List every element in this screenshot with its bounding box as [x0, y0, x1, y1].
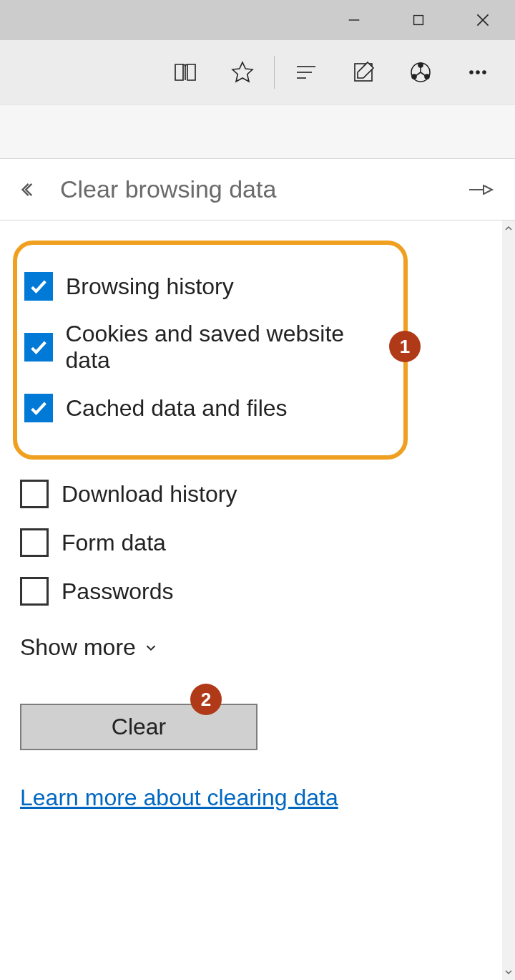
svg-point-12: [470, 71, 473, 74]
callout-badge: 1: [389, 331, 421, 362]
checkbox-cookies[interactable]: Cookies and saved website data: [24, 321, 391, 374]
show-more-toggle[interactable]: Show more: [20, 634, 486, 661]
reading-view-icon[interactable]: [157, 51, 214, 94]
checkbox-download-history[interactable]: Download history: [20, 480, 486, 508]
checkbox-label: Cached data and files: [66, 395, 288, 422]
chevron-down-icon: [143, 640, 159, 656]
svg-point-10: [412, 74, 416, 79]
minimize-button[interactable]: [322, 0, 386, 40]
checkbox-label: Form data: [62, 530, 166, 556]
close-button[interactable]: [451, 0, 515, 40]
share-icon[interactable]: [392, 51, 449, 94]
web-note-icon[interactable]: [335, 51, 392, 94]
checkbox-label: Passwords: [62, 578, 174, 605]
svg-point-14: [483, 71, 486, 74]
browser-toolbar: [0, 40, 515, 105]
favorites-icon[interactable]: [214, 51, 271, 94]
checkbox-label: Browsing history: [66, 273, 234, 300]
checkbox-form-data[interactable]: Form data: [20, 528, 486, 557]
highlight-box: Browsing history Cookies and saved websi…: [13, 241, 408, 460]
back-icon[interactable]: [20, 180, 40, 200]
checkbox-cached-data[interactable]: Cached data and files: [24, 394, 391, 422]
checkbox-icon: [20, 528, 49, 557]
checkbox-icon: [24, 272, 53, 301]
panel-content: Browsing history Cookies and saved websi…: [0, 220, 515, 811]
learn-more-label: Learn more about clearing data: [20, 785, 338, 810]
pin-icon[interactable]: [468, 181, 495, 198]
panel-header: Clear browsing data: [0, 159, 515, 220]
checkbox-label: Cookies and saved website data: [66, 321, 391, 374]
maximize-button[interactable]: [386, 0, 451, 40]
svg-rect-1: [414, 16, 423, 25]
checkbox-icon: [24, 333, 53, 362]
toolbar-separator: [274, 56, 275, 89]
show-more-label: Show more: [20, 634, 136, 661]
checkbox-icon: [20, 577, 49, 606]
hub-icon[interactable]: [278, 51, 335, 94]
callout-badge: 2: [190, 684, 222, 715]
svg-point-11: [425, 74, 429, 79]
scroll-down-icon[interactable]: [502, 966, 515, 979]
scroll-up-icon[interactable]: [502, 222, 515, 235]
checkbox-browsing-history[interactable]: Browsing history: [24, 272, 391, 301]
toolbar-spacer: [0, 105, 515, 159]
checkbox-icon: [20, 480, 49, 508]
checkbox-label: Download history: [62, 481, 237, 508]
learn-more-link[interactable]: Learn more about clearing data: [20, 785, 486, 811]
clear-button-label: Clear: [112, 714, 166, 740]
checkbox-passwords[interactable]: Passwords: [20, 577, 486, 606]
window-titlebar: [0, 0, 515, 40]
more-icon[interactable]: [449, 51, 506, 94]
svg-point-13: [476, 71, 479, 74]
svg-point-9: [418, 63, 423, 67]
scrollbar[interactable]: [502, 220, 515, 980]
checkbox-icon: [24, 394, 53, 422]
panel-title: Clear browsing data: [60, 175, 468, 203]
clear-button[interactable]: Clear: [20, 704, 258, 750]
